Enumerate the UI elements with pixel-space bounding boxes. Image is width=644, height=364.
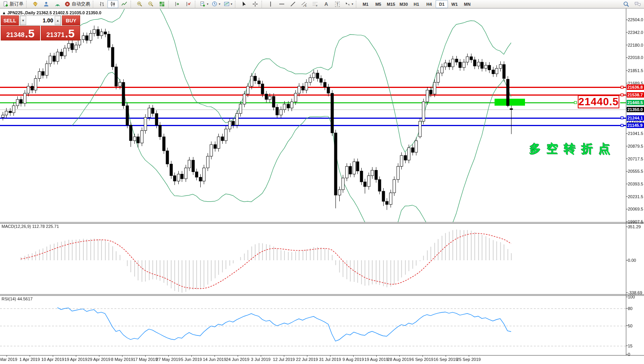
- timeframe-m5-button[interactable]: M5: [372, 0, 384, 8]
- sell-button[interactable]: SELL: [1, 15, 19, 25]
- price-tick-label: 22342.0: [628, 30, 643, 35]
- title-arrow-icon: ▲: [2, 10, 6, 15]
- price-callout-label[interactable]: 21440.5: [578, 95, 619, 108]
- price-tick-label: 22180.0: [628, 43, 643, 47]
- chat-bubbles-icon: [634, 1, 641, 7]
- date-tick-label: 12 Jul 2019: [273, 357, 295, 362]
- price-tick-label: 19907.5: [628, 219, 643, 224]
- date-tick-label: 9 Aug 2019: [342, 357, 364, 362]
- timeframe-m1-button[interactable]: M1: [359, 0, 372, 8]
- chart-shift-button[interactable]: [183, 0, 194, 8]
- date-tick-label: 25 Sep 2019: [457, 357, 481, 362]
- toolbar-separator: [195, 1, 197, 8]
- clock-icon: [212, 1, 218, 7]
- level-price-chip: 21538.7: [627, 92, 644, 98]
- price-tick-label: 22504.0: [628, 17, 643, 22]
- search-icon: [623, 1, 629, 7]
- tile-windows-button[interactable]: [156, 0, 167, 8]
- timeframe-d1-button[interactable]: D1: [436, 0, 448, 8]
- sell-price-frac: .5: [25, 28, 35, 39]
- crosshair-tool-button[interactable]: [250, 0, 260, 8]
- new-order-button[interactable]: 新订单: [1, 0, 25, 8]
- current-price-chip: 21350.0: [627, 107, 644, 112]
- volume-increase-button[interactable]: ▲: [55, 16, 61, 25]
- line-chart-icon: [121, 1, 127, 7]
- buy-price-frac: .5: [65, 28, 75, 39]
- trendline-icon: [290, 1, 296, 7]
- date-tick-label: 10 Apr 2019: [41, 357, 64, 362]
- tile-windows-icon: [159, 1, 165, 7]
- price-tick-label: 21041.5: [628, 131, 643, 136]
- timeframe-mn-button[interactable]: MN: [461, 0, 473, 8]
- label-tool-icon: T: [335, 2, 340, 7]
- chat-button[interactable]: [632, 0, 643, 8]
- rsi-tick-label: 100: [628, 295, 635, 299]
- text-tool-icon: A: [324, 1, 328, 7]
- autotrading-button[interactable]: 自动交易: [63, 0, 92, 8]
- timeframe-w1-button[interactable]: W1: [448, 0, 461, 8]
- trendline-tool-button[interactable]: [287, 0, 298, 8]
- horizontal-line-icon: [279, 1, 285, 7]
- volume-decrease-button[interactable]: ▼: [20, 16, 26, 25]
- templates-button[interactable]: ▾: [222, 0, 234, 8]
- label-tool-button[interactable]: T: [332, 0, 343, 8]
- fibonacci-tool-button[interactable]: F: [310, 0, 320, 8]
- chart-canvas[interactable]: [0, 0, 644, 364]
- arrows-tool-button[interactable]: ▾: [343, 0, 355, 8]
- zoom-in-button[interactable]: [134, 0, 145, 8]
- turning-point-annotation: 多空转折点: [529, 141, 616, 157]
- date-tick-label: 27 May 2019: [156, 357, 181, 362]
- periods-button[interactable]: ▾: [210, 0, 222, 8]
- timeframe-h1-button[interactable]: H1: [410, 0, 423, 8]
- price-tick-label: 20393.5: [628, 182, 643, 186]
- timeframe-m30-button[interactable]: M30: [397, 0, 410, 8]
- channel-tool-button[interactable]: E: [299, 0, 309, 8]
- date-tick-label: 28 Aug 2019: [387, 357, 411, 362]
- bar-chart-type-button[interactable]: [96, 0, 107, 8]
- date-tick-label: 17 May 2019: [133, 357, 158, 362]
- timeframe-m15-button[interactable]: M15: [385, 0, 397, 8]
- title-close: 21350.0: [86, 10, 101, 15]
- date-tick-label: 5 Jun 2019: [181, 357, 202, 362]
- sell-price-display[interactable]: 21348 .5: [1, 26, 40, 40]
- cursor-icon: [241, 1, 247, 7]
- buy-button[interactable]: BUY: [62, 15, 80, 25]
- price-tick-label: 22018.0: [628, 55, 643, 60]
- new-order-label: 新订单: [10, 1, 23, 7]
- volume-input[interactable]: [26, 16, 55, 25]
- vertical-line-tool-button[interactable]: [265, 0, 276, 8]
- cursor-tool-button[interactable]: [238, 0, 249, 8]
- price-tick-label: 20231.5: [628, 194, 643, 199]
- macd-tick-label: 351.29: [628, 224, 641, 229]
- line-chart-type-button[interactable]: [119, 0, 129, 8]
- svg-text:F: F: [316, 5, 317, 7]
- timeframe-h4-button[interactable]: H4: [423, 0, 435, 8]
- search-button[interactable]: [621, 0, 632, 8]
- autotrading-icon: [65, 1, 70, 7]
- title-high: 21402.5: [53, 10, 69, 15]
- horizontal-line-tool-button[interactable]: [276, 0, 287, 8]
- market-watch-button[interactable]: [30, 0, 40, 8]
- level-price-chip: 21145.9: [627, 123, 644, 128]
- sell-price-main: 21348: [6, 31, 24, 39]
- signal-icon: [55, 1, 60, 7]
- zoom-out-button[interactable]: [145, 0, 156, 8]
- price-tick-label: 20717.5: [628, 157, 643, 161]
- vertical-line-icon: [268, 1, 273, 7]
- indicators-button[interactable]: ▾: [198, 0, 210, 8]
- candlestick-type-button[interactable]: [107, 0, 118, 8]
- date-tick-label: 6 Sep 2019: [412, 357, 433, 362]
- level-price-chip: 21244.1: [627, 115, 644, 121]
- symbol-ohlc-title: ▲ JPN225-,Daily 21362.5 21402.5 21035.0 …: [2, 10, 101, 15]
- zoom-out-icon: [148, 1, 154, 7]
- signals-button[interactable]: [52, 0, 63, 8]
- buy-price-display[interactable]: 21371 .5: [41, 26, 80, 40]
- text-tool-button[interactable]: A: [321, 0, 332, 8]
- title-low: 21035.0: [69, 10, 85, 15]
- community-button[interactable]: [41, 0, 52, 8]
- date-tick-label: 8 May 2019: [111, 357, 133, 362]
- dropdown-caret: ▾: [207, 2, 208, 6]
- toolbar-separator: [93, 1, 95, 8]
- auto-scroll-button[interactable]: [172, 0, 183, 8]
- macd-indicator-label: MACD(12,26,9) 112.78 225.71: [2, 224, 59, 229]
